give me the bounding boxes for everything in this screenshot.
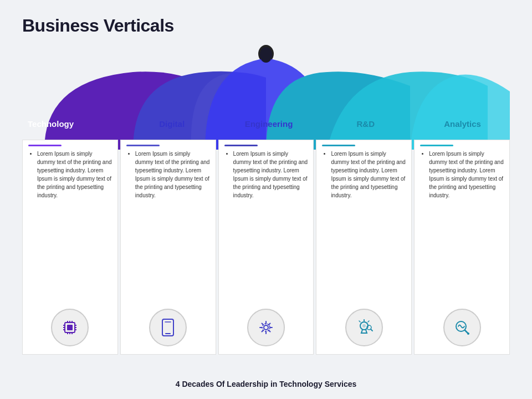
icon-analytics — [443, 309, 481, 346]
text-rd: Lorem Ipsum is simply dummy text of the … — [316, 150, 411, 305]
footer-text: 4 Decades Of Leadership in Technology Se… — [176, 380, 357, 388]
svg-line-26 — [359, 321, 360, 322]
svg-rect-4 — [67, 325, 73, 330]
icon-technology — [51, 309, 89, 346]
icon-digital — [149, 309, 187, 346]
svg-line-25 — [368, 321, 369, 322]
page-title: Business Verticals — [22, 16, 510, 36]
footer: 4 Decades Of Leadership in Technology Se… — [0, 379, 532, 389]
column-digital: Lorem Ipsum is simply dummy text of the … — [120, 140, 216, 355]
col-label-technology: Technology — [28, 119, 122, 129]
content-columns: Lorem Ipsum is simply dummy text of the … — [22, 140, 510, 355]
svg-point-20 — [264, 325, 268, 330]
umbrella-graphic — [22, 42, 510, 152]
column-rd: Lorem Ipsum is simply dummy text of the … — [316, 140, 412, 355]
text-engineering: Lorem Ipsum is simply dummy text of the … — [219, 150, 314, 305]
column-labels: Technology Digital Engineering R&D Analy… — [22, 119, 510, 129]
column-engineering: Lorem Ipsum is simply dummy text of the … — [218, 140, 314, 355]
column-technology: Lorem Ipsum is simply dummy text of the … — [22, 140, 118, 355]
svg-point-32 — [467, 332, 469, 335]
col-label-engineering: Engineering — [222, 119, 316, 129]
underline-engineering — [224, 145, 258, 146]
underline-rd — [322, 145, 355, 146]
svg-point-2 — [260, 47, 272, 63]
underline-analytics — [420, 145, 453, 146]
col-label-analytics: Analytics — [415, 119, 510, 129]
svg-point-27 — [362, 324, 366, 328]
icon-rd — [345, 309, 383, 346]
text-technology: Lorem Ipsum is simply dummy text of the … — [23, 150, 117, 305]
col-label-rd: R&D — [318, 119, 413, 129]
icon-engineering — [247, 309, 285, 346]
text-analytics: Lorem Ipsum is simply dummy text of the … — [415, 150, 509, 305]
column-analytics: Lorem Ipsum is simply dummy text of the … — [414, 140, 510, 355]
svg-line-29 — [371, 329, 372, 331]
col-label-digital: Digital — [125, 119, 219, 129]
underline-digital — [126, 145, 160, 146]
slide: Business Verticals Technology — [0, 0, 532, 399]
text-digital: Lorem Ipsum is simply dummy text of the … — [121, 150, 216, 305]
underline-technology — [28, 145, 62, 146]
